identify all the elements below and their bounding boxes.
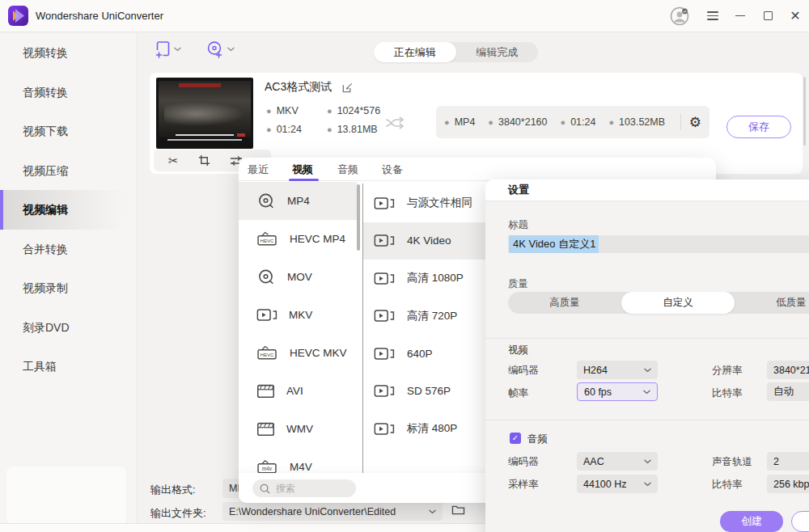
output-folder-path: E:\Wondershare UniConverter\Edited [229, 506, 396, 517]
video-camera-icon [374, 271, 395, 286]
format-item-hevc-mp4[interactable]: HEVC MP4 [239, 220, 357, 258]
framerate-label: 帧率 [508, 386, 528, 400]
resolution-value[interactable]: 3840*2160 [767, 361, 809, 379]
minimize-button[interactable] [726, 0, 754, 32]
chevron-down-icon [429, 509, 436, 514]
format-label: MP4 [287, 195, 310, 207]
create-button[interactable]: 创建 [720, 511, 783, 532]
sidebar-item-video-record[interactable]: 视频录制 [0, 268, 137, 308]
sidebar-item-burn-dvd[interactable]: 刻录DVD [0, 308, 137, 348]
folder-icon[interactable] [451, 504, 465, 516]
framerate-select[interactable]: 60 fps [577, 382, 658, 401]
quality-custom[interactable]: 自定义 [621, 292, 735, 314]
sidebar: 视频转换 音频转换 视频下载 视频压缩 视频编辑 合并转换 视频录制 刻录DVD… [0, 33, 138, 532]
crop-icon[interactable] [198, 154, 210, 167]
video-encoder-select[interactable]: H264 [577, 361, 658, 379]
maximize-icon [764, 11, 773, 20]
tab-editing[interactable]: 正在编辑 [374, 42, 456, 62]
tab-video[interactable]: 视频 [292, 163, 313, 177]
app-window: Wondershare UniConverter ✕ 视频转换 音频转换 视 [0, 0, 809, 532]
search-placeholder: 搜索 [276, 482, 295, 496]
scrollbar[interactable] [803, 77, 806, 146]
output-folder-select[interactable]: E:\Wondershare UniConverter\Edited [222, 502, 443, 521]
preset-label: 4K Video [407, 234, 451, 247]
quality-label: 质量 [508, 277, 528, 291]
tab-audio[interactable]: 音频 [337, 163, 358, 177]
cancel-button[interactable] [791, 511, 809, 532]
sidebar-item-toolbox[interactable]: 工具箱 [0, 347, 137, 386]
format-item-mkv[interactable]: MKV [239, 296, 357, 334]
sidebar-item-audio-convert[interactable]: 音频转换 [0, 73, 137, 112]
audio-encoder-label: 编码器 [508, 455, 539, 469]
save-button[interactable]: 保存 [726, 116, 791, 138]
format-list-scrollbar[interactable] [357, 184, 360, 251]
video-thumbnail[interactable] [156, 78, 253, 149]
gear-icon[interactable]: ⚙ [689, 116, 701, 129]
audio-checkbox[interactable]: ✓ [510, 433, 521, 444]
format-label: AVI [286, 385, 303, 397]
rename-icon[interactable] [341, 82, 354, 94]
channel-value[interactable]: 2 [767, 452, 809, 471]
add-file-button[interactable] [155, 40, 181, 58]
preset-label: 标清 480P [407, 421, 457, 436]
sidebar-item-video-edit[interactable]: 视频编辑 [0, 190, 137, 230]
video-section-label: 视频 [508, 344, 528, 357]
format-item-m4v[interactable]: M4V [239, 448, 357, 473]
audio-encoder-select[interactable]: AAC [577, 452, 658, 471]
audio-bitrate-value[interactable]: 256 kbps [767, 475, 809, 493]
video-camera-icon [374, 421, 395, 437]
clapperboard-icon [256, 382, 275, 399]
target-resolution: ●3840*2160 [488, 116, 547, 128]
hevc-badge-icon [256, 344, 278, 361]
target-duration: ●01:24 [561, 116, 596, 128]
tab-device[interactable]: 设备 [382, 163, 403, 177]
audio-bitrate-label: 比特率 [712, 478, 743, 492]
divider [485, 420, 809, 420]
format-item-mp4[interactable]: MP4 [239, 182, 357, 220]
samplerate-select[interactable]: 44100 Hz [577, 475, 658, 493]
add-disc-button[interactable] [206, 40, 235, 58]
format-label: HEVC MKV [290, 347, 347, 359]
quality-high[interactable]: 高质量 [508, 292, 621, 314]
preset-label: 与源文件相同 [407, 196, 472, 210]
preset-name-input[interactable]: 4K Video 自定义1 [508, 235, 809, 253]
chevron-down-icon [644, 459, 651, 464]
preset-label: SD 576P [407, 385, 451, 397]
resolution-label: 分辨率 [712, 364, 743, 378]
target-size: ●103.52MB [608, 116, 665, 128]
disc-icon [256, 192, 276, 211]
source-format: ●MKV [266, 105, 327, 116]
format-item-mov[interactable]: MOV [239, 258, 357, 296]
preset-label: 高清 720P [407, 309, 457, 323]
tab-recent[interactable]: 最近 [248, 163, 269, 177]
add-actions [155, 40, 235, 58]
format-item-wmv[interactable]: WMV [239, 410, 357, 448]
channel-label: 声音轨道 [712, 455, 752, 469]
quality-low[interactable]: 低质量 [735, 292, 809, 314]
video-encoder-value: H264 [583, 365, 608, 376]
video-bitrate-label: 比特率 [712, 386, 743, 400]
sidebar-item-video-compress[interactable]: 视频压缩 [0, 151, 137, 191]
audio-section-label: 音频 [527, 433, 548, 446]
target-info-bar[interactable]: ●MP4 ●3840*2160 ●01:24 ●103.52MB ⚙ [436, 106, 709, 138]
sidebar-item-video-download[interactable]: 视频下载 [0, 112, 137, 151]
close-button[interactable]: ✕ [781, 0, 809, 32]
video-camera-icon [374, 233, 395, 248]
search-input[interactable]: 搜索 [252, 479, 356, 497]
video-bitrate-value[interactable]: 自动 [767, 382, 809, 401]
cut-icon[interactable]: ✂ [168, 154, 179, 167]
video-camera-icon [374, 383, 395, 399]
sidebar-item-merge-convert[interactable]: 合并转换 [0, 230, 137, 269]
format-item-hevc-mkv[interactable]: HEVC MKV [239, 334, 357, 372]
sidebar-item-video-convert[interactable]: 视频转换 [0, 33, 137, 73]
target-format: ●MP4 [444, 116, 475, 128]
menu-button[interactable] [699, 0, 726, 32]
format-list: MP4 HEVC MP4 MOV MKV HEVC MKV AVI [239, 182, 357, 473]
video-camera-icon [256, 307, 277, 323]
account-avatar-icon[interactable] [670, 6, 689, 26]
maximize-button[interactable] [754, 0, 781, 32]
format-item-avi[interactable]: AVI [239, 372, 357, 410]
video-camera-icon [374, 196, 395, 211]
framerate-value: 60 fps [584, 386, 612, 398]
tab-edit-done[interactable]: 编辑完成 [456, 42, 539, 62]
